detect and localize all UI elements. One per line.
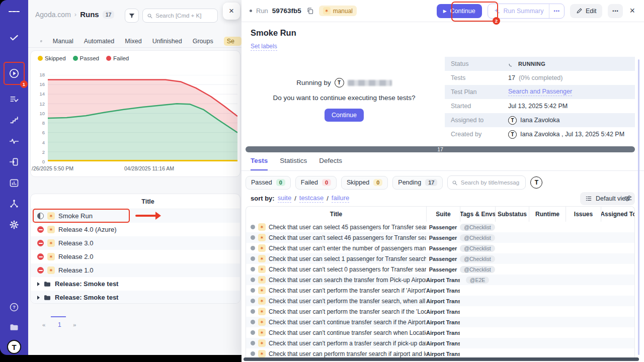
stopped-status-icon bbox=[37, 226, 44, 233]
select-all-icon[interactable] bbox=[40, 37, 42, 45]
close-drawer-button[interactable]: × bbox=[628, 6, 636, 16]
panel-close-button[interactable]: × bbox=[223, 3, 240, 20]
tests-search[interactable] bbox=[447, 175, 526, 190]
tab-automated[interactable]: Automated bbox=[84, 38, 114, 45]
test-row[interactable]: ✶Check that user can't continue transfer… bbox=[246, 317, 634, 327]
next-page-button[interactable]: » bbox=[73, 322, 76, 328]
tab-manual[interactable]: Manual bbox=[53, 38, 73, 45]
sort-by-suite[interactable]: suite bbox=[278, 194, 291, 203]
filter-pending[interactable]: Pending17 bbox=[392, 176, 443, 190]
projects-folder-icon[interactable] bbox=[9, 322, 20, 333]
tests-table-body: ✶Check that user can select 45 passenger… bbox=[246, 222, 634, 359]
help-icon[interactable]: ? bbox=[9, 302, 20, 313]
test-suite: Airport Transfer bbox=[426, 330, 460, 336]
vertical-scrollbar[interactable] bbox=[638, 59, 639, 355]
tab-mixed[interactable]: Mixed bbox=[125, 38, 141, 45]
breadcrumb: Agoda.com › Runs 17 bbox=[35, 10, 114, 19]
sort-by-failure[interactable]: failure bbox=[332, 194, 349, 203]
test-title: Check that user can't perform the transf… bbox=[269, 287, 426, 294]
settings-gear-icon[interactable] bbox=[9, 219, 20, 230]
test-row[interactable]: ✶Check that user can't perform the trans… bbox=[246, 285, 634, 296]
run-row[interactable]: ✶ Release 3.0 bbox=[31, 236, 240, 250]
tab-selected[interactable]: Se bbox=[224, 37, 242, 46]
stopped-status-icon bbox=[37, 253, 44, 260]
filter-passed[interactable]: Passed0 bbox=[246, 176, 291, 190]
col-tags[interactable]: Tags & Envs bbox=[460, 207, 495, 222]
expand-caret-icon[interactable] bbox=[37, 282, 40, 286]
test-row[interactable]: ✶Check that user can select 1 passenger … bbox=[246, 253, 634, 264]
user-avatar[interactable]: T bbox=[7, 340, 21, 354]
assignee-filter-avatar[interactable]: T bbox=[530, 176, 542, 189]
col-assigned[interactable]: Assigned To bbox=[601, 207, 635, 222]
tab-unfinished[interactable]: Unfinished bbox=[152, 38, 182, 45]
test-suite: Airport Transfer bbox=[426, 298, 460, 304]
boom-icon: ✶ bbox=[258, 276, 266, 284]
pending-status-icon bbox=[251, 278, 255, 282]
test-row[interactable]: ✶Check that user can select 45 passenger… bbox=[246, 222, 634, 232]
reports-icon[interactable] bbox=[9, 177, 20, 189]
test-row[interactable]: ✶Check that user can't perform the trans… bbox=[246, 296, 634, 306]
test-row[interactable]: ✶Check that user can't continue transfer… bbox=[246, 327, 634, 338]
runs-table-header: Title bbox=[31, 194, 240, 209]
chart-y-axis: 181614121086420 bbox=[31, 72, 45, 164]
filter-failed[interactable]: Failed0 bbox=[295, 176, 337, 190]
activity-icon[interactable] bbox=[9, 136, 20, 147]
col-suite[interactable]: Suite bbox=[426, 207, 460, 222]
runs-search-input[interactable] bbox=[155, 13, 213, 19]
column-settings-icon[interactable] bbox=[624, 194, 632, 203]
menu-icon[interactable] bbox=[9, 6, 20, 17]
more-actions-button[interactable]: ••• bbox=[608, 4, 623, 18]
col-title[interactable]: Title bbox=[246, 207, 426, 222]
filter-skipped[interactable]: Skipped0 bbox=[341, 176, 388, 190]
tests-search-input[interactable] bbox=[461, 179, 522, 186]
run-row[interactable]: ✶ Release 1.0 bbox=[31, 263, 240, 277]
test-cases-icon[interactable] bbox=[9, 32, 20, 43]
test-plan-link[interactable]: Search and Passenger bbox=[508, 88, 572, 96]
runs-search[interactable] bbox=[142, 9, 218, 23]
run-summary-more-button[interactable]: ••• bbox=[549, 4, 564, 18]
edit-button[interactable]: Edit bbox=[570, 4, 603, 18]
col-substatus[interactable]: Substatus bbox=[495, 207, 529, 222]
horizontal-scrollbar[interactable] bbox=[244, 357, 639, 361]
test-row[interactable]: ✶Check that user can't perform a trasfer… bbox=[246, 338, 634, 348]
running-by-label: Running by bbox=[296, 79, 331, 86]
run-group-row[interactable]: Release: Smoke test bbox=[31, 277, 240, 291]
passed-dot-icon bbox=[73, 56, 78, 61]
run-row[interactable]: ✶ Release 2.0 bbox=[31, 250, 240, 263]
prev-page-button[interactable]: « bbox=[42, 322, 45, 328]
test-row[interactable]: ✶Check that user can't select 0 passenge… bbox=[246, 264, 634, 275]
legend-passed: Passed bbox=[73, 55, 99, 61]
runner-avatar: T bbox=[335, 78, 344, 87]
breadcrumb-project[interactable]: Agoda.com bbox=[35, 11, 71, 19]
pagination: « 1 » bbox=[28, 319, 129, 334]
col-runtime[interactable]: Runtime bbox=[529, 207, 566, 222]
filter-button[interactable] bbox=[125, 9, 139, 23]
test-row[interactable]: ✶Check that user can't perform the trans… bbox=[246, 306, 634, 317]
boom-icon: ✶ bbox=[258, 287, 266, 294]
integrations-icon[interactable] bbox=[9, 198, 20, 209]
expand-caret-icon[interactable] bbox=[37, 296, 40, 300]
tab-statistics[interactable]: Statistics bbox=[280, 157, 307, 170]
pending-status-icon bbox=[251, 225, 255, 229]
page-1-button[interactable]: 1 bbox=[58, 321, 61, 328]
test-plans-icon[interactable] bbox=[9, 94, 20, 105]
tab-groups[interactable]: Groups bbox=[193, 38, 213, 45]
requirements-icon[interactable] bbox=[9, 156, 20, 167]
test-row[interactable]: ✶Check that user can search the transfer… bbox=[246, 275, 634, 285]
copy-icon[interactable] bbox=[306, 7, 314, 15]
run-group-row[interactable]: Release: Smoke test bbox=[31, 291, 240, 304]
set-labels-link[interactable]: Set labels bbox=[251, 43, 277, 51]
boom-icon: ✶ bbox=[258, 297, 266, 305]
test-row[interactable]: ✶Check that user can't select 46 passeng… bbox=[246, 232, 634, 243]
run-row[interactable]: ✶ Release 4.0 (Azure) bbox=[31, 223, 240, 236]
continue-prompt-button[interactable]: Continue bbox=[325, 109, 364, 122]
sort-by-testcase[interactable]: testcase bbox=[299, 194, 324, 203]
test-row[interactable]: ✶Check that user can't enter the number … bbox=[246, 243, 634, 253]
milestones-icon[interactable] bbox=[9, 115, 20, 126]
boom-icon: ✶ bbox=[258, 223, 266, 231]
col-issues[interactable]: Issues bbox=[566, 207, 601, 222]
tab-defects[interactable]: Defects bbox=[319, 157, 342, 170]
breadcrumb-separator: › bbox=[74, 11, 76, 18]
tab-tests[interactable]: Tests bbox=[251, 157, 268, 170]
run-status-dot-icon bbox=[250, 10, 252, 12]
